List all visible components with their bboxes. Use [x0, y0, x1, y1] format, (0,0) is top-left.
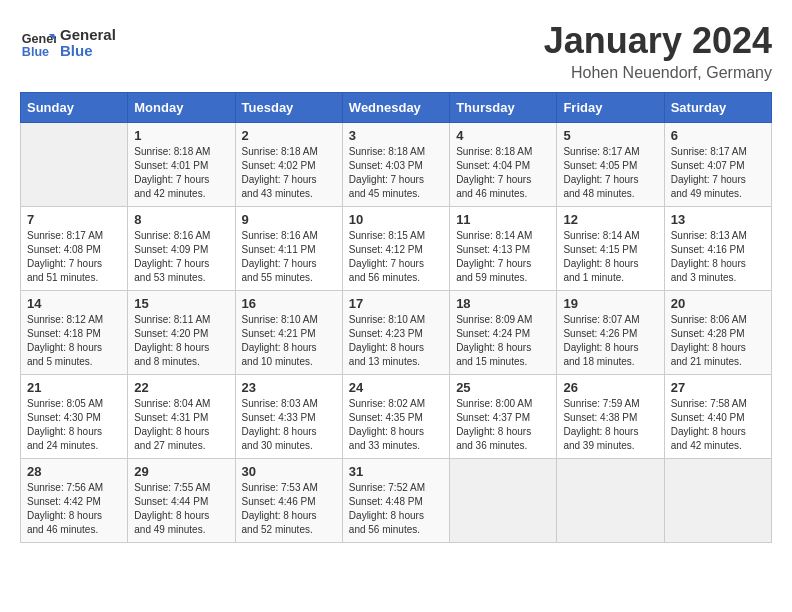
day-info: Sunrise: 8:02 AMSunset: 4:35 PMDaylight:… [349, 397, 443, 453]
page-header: General Blue General Blue January 2024 H… [20, 20, 772, 82]
day-number: 8 [134, 212, 228, 227]
day-info: Sunrise: 8:16 AMSunset: 4:11 PMDaylight:… [242, 229, 336, 285]
svg-text:Blue: Blue [22, 45, 49, 59]
day-number: 28 [27, 464, 121, 479]
day-info: Sunrise: 7:53 AMSunset: 4:46 PMDaylight:… [242, 481, 336, 537]
day-number: 2 [242, 128, 336, 143]
day-number: 16 [242, 296, 336, 311]
calendar-cell: 15Sunrise: 8:11 AMSunset: 4:20 PMDayligh… [128, 291, 235, 375]
calendar-week-row: 21Sunrise: 8:05 AMSunset: 4:30 PMDayligh… [21, 375, 772, 459]
calendar-cell: 19Sunrise: 8:07 AMSunset: 4:26 PMDayligh… [557, 291, 664, 375]
calendar-cell: 18Sunrise: 8:09 AMSunset: 4:24 PMDayligh… [450, 291, 557, 375]
calendar-cell: 16Sunrise: 8:10 AMSunset: 4:21 PMDayligh… [235, 291, 342, 375]
calendar-header-thursday: Thursday [450, 93, 557, 123]
day-info: Sunrise: 7:55 AMSunset: 4:44 PMDaylight:… [134, 481, 228, 537]
day-number: 4 [456, 128, 550, 143]
calendar-cell: 26Sunrise: 7:59 AMSunset: 4:38 PMDayligh… [557, 375, 664, 459]
day-number: 9 [242, 212, 336, 227]
day-info: Sunrise: 7:56 AMSunset: 4:42 PMDaylight:… [27, 481, 121, 537]
day-number: 19 [563, 296, 657, 311]
day-number: 10 [349, 212, 443, 227]
calendar-cell: 30Sunrise: 7:53 AMSunset: 4:46 PMDayligh… [235, 459, 342, 543]
calendar-cell [450, 459, 557, 543]
day-info: Sunrise: 8:16 AMSunset: 4:09 PMDaylight:… [134, 229, 228, 285]
calendar-week-row: 14Sunrise: 8:12 AMSunset: 4:18 PMDayligh… [21, 291, 772, 375]
day-info: Sunrise: 8:11 AMSunset: 4:20 PMDaylight:… [134, 313, 228, 369]
logo-line1: General [60, 27, 116, 44]
day-number: 7 [27, 212, 121, 227]
day-info: Sunrise: 8:09 AMSunset: 4:24 PMDaylight:… [456, 313, 550, 369]
day-number: 26 [563, 380, 657, 395]
calendar-cell: 6Sunrise: 8:17 AMSunset: 4:07 PMDaylight… [664, 123, 771, 207]
day-info: Sunrise: 8:06 AMSunset: 4:28 PMDaylight:… [671, 313, 765, 369]
month-title: January 2024 [544, 20, 772, 62]
calendar-week-row: 7Sunrise: 8:17 AMSunset: 4:08 PMDaylight… [21, 207, 772, 291]
day-number: 3 [349, 128, 443, 143]
day-info: Sunrise: 8:18 AMSunset: 4:03 PMDaylight:… [349, 145, 443, 201]
day-info: Sunrise: 8:12 AMSunset: 4:18 PMDaylight:… [27, 313, 121, 369]
calendar-cell: 3Sunrise: 8:18 AMSunset: 4:03 PMDaylight… [342, 123, 449, 207]
calendar-week-row: 1Sunrise: 8:18 AMSunset: 4:01 PMDaylight… [21, 123, 772, 207]
day-info: Sunrise: 8:07 AMSunset: 4:26 PMDaylight:… [563, 313, 657, 369]
day-info: Sunrise: 8:15 AMSunset: 4:12 PMDaylight:… [349, 229, 443, 285]
day-number: 23 [242, 380, 336, 395]
calendar-header-saturday: Saturday [664, 93, 771, 123]
day-info: Sunrise: 8:17 AMSunset: 4:07 PMDaylight:… [671, 145, 765, 201]
day-number: 27 [671, 380, 765, 395]
day-info: Sunrise: 8:13 AMSunset: 4:16 PMDaylight:… [671, 229, 765, 285]
calendar-cell: 22Sunrise: 8:04 AMSunset: 4:31 PMDayligh… [128, 375, 235, 459]
day-info: Sunrise: 8:14 AMSunset: 4:13 PMDaylight:… [456, 229, 550, 285]
calendar-cell: 7Sunrise: 8:17 AMSunset: 4:08 PMDaylight… [21, 207, 128, 291]
calendar-cell: 12Sunrise: 8:14 AMSunset: 4:15 PMDayligh… [557, 207, 664, 291]
day-number: 13 [671, 212, 765, 227]
calendar-cell: 20Sunrise: 8:06 AMSunset: 4:28 PMDayligh… [664, 291, 771, 375]
day-info: Sunrise: 7:52 AMSunset: 4:48 PMDaylight:… [349, 481, 443, 537]
calendar-table: SundayMondayTuesdayWednesdayThursdayFrid… [20, 92, 772, 543]
day-number: 1 [134, 128, 228, 143]
calendar-header-friday: Friday [557, 93, 664, 123]
day-number: 20 [671, 296, 765, 311]
calendar-cell: 25Sunrise: 8:00 AMSunset: 4:37 PMDayligh… [450, 375, 557, 459]
day-info: Sunrise: 8:10 AMSunset: 4:21 PMDaylight:… [242, 313, 336, 369]
day-number: 21 [27, 380, 121, 395]
calendar-cell: 8Sunrise: 8:16 AMSunset: 4:09 PMDaylight… [128, 207, 235, 291]
logo-line2: Blue [60, 43, 116, 60]
day-number: 25 [456, 380, 550, 395]
logo-icon: General Blue [20, 25, 56, 61]
day-info: Sunrise: 8:18 AMSunset: 4:04 PMDaylight:… [456, 145, 550, 201]
calendar-header-row: SundayMondayTuesdayWednesdayThursdayFrid… [21, 93, 772, 123]
day-info: Sunrise: 8:00 AMSunset: 4:37 PMDaylight:… [456, 397, 550, 453]
logo: General Blue General Blue [20, 25, 116, 61]
calendar-cell: 2Sunrise: 8:18 AMSunset: 4:02 PMDaylight… [235, 123, 342, 207]
day-number: 22 [134, 380, 228, 395]
calendar-cell: 10Sunrise: 8:15 AMSunset: 4:12 PMDayligh… [342, 207, 449, 291]
calendar-header-monday: Monday [128, 93, 235, 123]
day-info: Sunrise: 8:05 AMSunset: 4:30 PMDaylight:… [27, 397, 121, 453]
calendar-cell: 4Sunrise: 8:18 AMSunset: 4:04 PMDaylight… [450, 123, 557, 207]
calendar-cell [664, 459, 771, 543]
calendar-cell [557, 459, 664, 543]
calendar-week-row: 28Sunrise: 7:56 AMSunset: 4:42 PMDayligh… [21, 459, 772, 543]
calendar-cell: 24Sunrise: 8:02 AMSunset: 4:35 PMDayligh… [342, 375, 449, 459]
calendar-cell [21, 123, 128, 207]
day-number: 17 [349, 296, 443, 311]
location-title: Hohen Neuendorf, Germany [544, 64, 772, 82]
calendar-cell: 13Sunrise: 8:13 AMSunset: 4:16 PMDayligh… [664, 207, 771, 291]
calendar-header-wednesday: Wednesday [342, 93, 449, 123]
day-number: 31 [349, 464, 443, 479]
calendar-cell: 28Sunrise: 7:56 AMSunset: 4:42 PMDayligh… [21, 459, 128, 543]
day-number: 30 [242, 464, 336, 479]
day-info: Sunrise: 7:59 AMSunset: 4:38 PMDaylight:… [563, 397, 657, 453]
day-number: 24 [349, 380, 443, 395]
calendar-cell: 27Sunrise: 7:58 AMSunset: 4:40 PMDayligh… [664, 375, 771, 459]
calendar-cell: 21Sunrise: 8:05 AMSunset: 4:30 PMDayligh… [21, 375, 128, 459]
day-info: Sunrise: 8:18 AMSunset: 4:01 PMDaylight:… [134, 145, 228, 201]
day-number: 29 [134, 464, 228, 479]
calendar-cell: 14Sunrise: 8:12 AMSunset: 4:18 PMDayligh… [21, 291, 128, 375]
day-number: 18 [456, 296, 550, 311]
day-info: Sunrise: 8:10 AMSunset: 4:23 PMDaylight:… [349, 313, 443, 369]
day-info: Sunrise: 8:18 AMSunset: 4:02 PMDaylight:… [242, 145, 336, 201]
day-info: Sunrise: 8:03 AMSunset: 4:33 PMDaylight:… [242, 397, 336, 453]
calendar-cell: 17Sunrise: 8:10 AMSunset: 4:23 PMDayligh… [342, 291, 449, 375]
calendar-header-tuesday: Tuesday [235, 93, 342, 123]
